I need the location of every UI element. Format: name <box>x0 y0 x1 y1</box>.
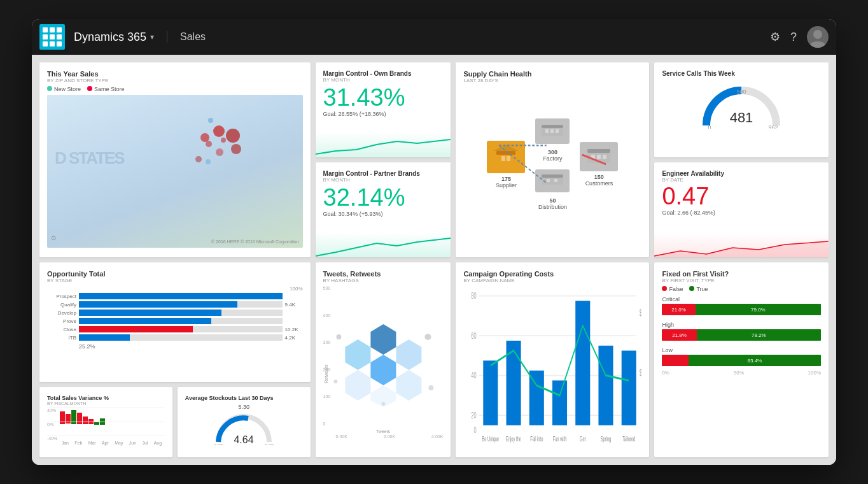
right-column-row1: Service Calls This Week 481 0 962 500 <box>654 62 829 257</box>
title-chevron-icon: ▾ <box>150 32 154 41</box>
margin-partner-goal: Goal: 30.34% (+5.93%) <box>323 211 444 217</box>
svg-text:0: 0 <box>708 124 711 129</box>
settings-icon[interactable]: ⚙ <box>770 30 780 44</box>
tile-subtitle: BY HASHTAGS <box>323 278 444 283</box>
svg-text:40: 40 <box>472 371 477 380</box>
svg-text:481: 481 <box>730 110 753 125</box>
svg-text:0.00: 0.00 <box>214 443 223 445</box>
tile-engineer-availability: Engineer Availability BY DATE 0.47 Goal:… <box>654 162 829 257</box>
svg-text:0: 0 <box>474 425 477 435</box>
svg-text:4.64: 4.64 <box>234 434 254 445</box>
app-title[interactable]: Dynamics 365 ▾ <box>74 31 154 44</box>
svg-rect-52 <box>484 360 498 425</box>
svg-point-40 <box>381 402 385 406</box>
tile-total-sales-variance: Total Sales Variance % BY FISCALMONTH 40… <box>39 387 172 457</box>
svg-text:Be Unique: Be Unique <box>482 435 500 443</box>
tile-margin-own-brands: Margin Control - Own Brands BY MONTH 31.… <box>316 62 451 157</box>
opportunity-bars: Prospect Qualify 9.4K Develop <box>47 293 303 341</box>
tile-opportunity-total: Opportunity Total BY STAGE 100% Prospect… <box>39 262 311 382</box>
svg-marker-34 <box>396 370 421 401</box>
tile-title: Margin Control - Own Brands <box>323 70 444 77</box>
svg-rect-58 <box>622 351 636 425</box>
svg-marker-31 <box>345 339 370 370</box>
tile-title: Supply Chain Health <box>463 70 641 78</box>
svg-marker-30 <box>370 355 396 385</box>
tile-fixed-first-visit: Fixed on First Visit? BY FIRST VISIT, TY… <box>654 262 829 457</box>
tile-title: Tweets, Retweets <box>323 270 444 278</box>
tile-title: Service Calls This Week <box>662 70 821 77</box>
tile-average-stockouts: Average Stockouts Last 30 Days 5.30 4.64… <box>178 387 311 457</box>
svg-text:80: 80 <box>472 291 477 301</box>
tile-subtitle: BY FIRST VISIT, TYPE <box>662 278 821 283</box>
tile-title: Opportunity Total <box>47 270 303 278</box>
svg-text:962: 962 <box>769 124 778 129</box>
svg-text:$0.2M: $0.2M <box>640 308 641 317</box>
engineer-value: 0.47 <box>662 184 821 208</box>
tile-title: Engineer Availability <box>662 170 821 177</box>
tile-subtitle: BY FISCALMONTH <box>47 401 165 406</box>
svg-text:⊙: ⊙ <box>51 234 56 241</box>
tile-title: Campaign Operating Costs <box>463 270 641 278</box>
engineer-goal: Goal: 2.66 (-82.45%) <box>662 210 821 216</box>
svg-marker-33 <box>345 370 370 401</box>
tile-title: Fixed on First Visit? <box>662 270 821 278</box>
tile-tweets-retweets: Tweets, Retweets BY HASHTAGS <box>316 262 451 457</box>
svg-point-0 <box>813 30 822 39</box>
svg-text:Spring: Spring <box>601 435 612 443</box>
svg-text:Get: Get <box>580 435 587 443</box>
top-navigation: Dynamics 365 ▾ Sales ⚙ ? <box>32 19 836 55</box>
svg-text:60: 60 <box>472 331 477 340</box>
user-avatar[interactable] <box>807 26 829 48</box>
tile-subtitle: BY DATE <box>662 177 821 183</box>
tile-subtitle: LAST 28 DAYS <box>463 78 641 83</box>
tile-title: This Year Sales <box>47 70 303 78</box>
svg-rect-57 <box>599 346 613 425</box>
tile-this-year-sales: This Year Sales BY ZIP AND STORE TYPE Ne… <box>39 62 311 257</box>
map-visualization: D STATES © 2016 HERE © 2016 Microsoft Co… <box>47 95 303 248</box>
tile-subtitle: BY STAGE <box>47 278 303 283</box>
svg-text:$0.1M: $0.1M <box>640 367 641 377</box>
tile-subtitle: BY CAMPAIGN NAME <box>463 278 641 283</box>
svg-text:Fun with: Fun with <box>553 435 567 443</box>
margin-own-goal: Goal: 26.55% (+18.36%) <box>323 111 444 117</box>
tile-title: Total Sales Variance % <box>47 395 165 401</box>
campaign-chart: 80 60 40 20 0 $0.2M $0.1M <box>463 286 641 445</box>
tile-subtitle: BY MONTH <box>323 77 444 83</box>
hexagon-chart: 5004003002001000 0.00K2.00K4.00K Tweets … <box>323 286 444 439</box>
tile-subtitle: BY MONTH <box>323 177 444 183</box>
module-title: Sales <box>167 31 206 43</box>
bottom-left-column: Opportunity Total BY STAGE 100% Prospect… <box>39 262 311 457</box>
margin-own-value: 31.43% <box>323 85 444 110</box>
svg-text:Tailored: Tailored <box>623 435 636 443</box>
svg-point-39 <box>428 385 433 390</box>
nav-right-actions: ⚙ ? <box>770 26 829 48</box>
margin-column: Margin Control - Own Brands BY MONTH 31.… <box>316 62 451 257</box>
tile-subtitle: BY ZIP AND STORE TYPE <box>47 78 303 83</box>
dashboard: This Year Sales BY ZIP AND STORE TYPE Ne… <box>32 55 836 465</box>
tile-margin-partner-brands: Margin Control - Partner Brands BY MONTH… <box>316 162 451 257</box>
fixed-bars: Critical 21.0% 79.0% High 21.8% 78.2% <box>662 296 821 366</box>
margin-partner-value: 32.14% <box>323 185 444 210</box>
waffle-menu[interactable] <box>39 24 65 50</box>
help-icon[interactable]: ? <box>790 31 797 44</box>
svg-rect-55 <box>552 380 567 425</box>
svg-rect-56 <box>576 301 591 425</box>
svg-point-37 <box>424 334 431 340</box>
svg-point-38 <box>333 380 337 383</box>
variance-chart: 40% 0% -40% <box>47 408 165 441</box>
svg-marker-29 <box>370 324 396 355</box>
svg-text:Enjoy the: Enjoy the <box>506 435 521 443</box>
tile-title: Average Stockouts Last 30 Days <box>185 395 303 401</box>
supply-diagram: 175Supplier 300Factory <box>463 86 641 243</box>
svg-text:500: 500 <box>737 89 746 95</box>
bottom-sub-tiles: Total Sales Variance % BY FISCALMONTH 40… <box>39 387 311 457</box>
tile-title: Margin Control - Partner Brands <box>323 170 444 177</box>
svg-text:Fall into: Fall into <box>531 435 543 443</box>
tile-campaign-costs: Campaign Operating Costs BY CAMPAIGN NAM… <box>456 262 649 457</box>
tile-service-calls: Service Calls This Week 481 0 962 500 <box>654 62 829 157</box>
svg-text:20: 20 <box>472 410 477 420</box>
fixed-legend: False True <box>662 286 821 292</box>
tile-supply-chain: Supply Chain Health LAST 28 DAYS <box>456 62 649 257</box>
svg-marker-32 <box>396 339 421 370</box>
svg-point-36 <box>336 334 341 339</box>
